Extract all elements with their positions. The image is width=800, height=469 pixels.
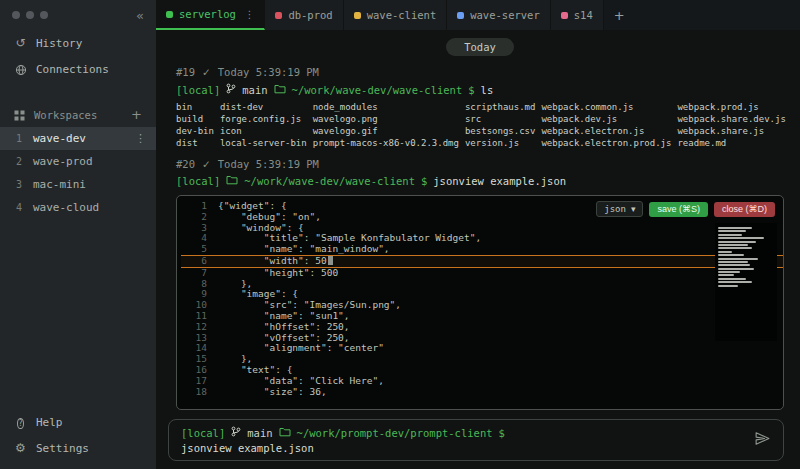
ls-output: bin dist-dev node_modules scripthaus.md … (176, 102, 784, 148)
workspace-number: 4 (16, 202, 24, 213)
file-name: webpack.share.dev.js (677, 114, 785, 124)
file-name: bin (176, 102, 214, 112)
cwd-path: ~/work/wave-dev/wave-client (292, 84, 463, 96)
file-name: dev-bin (176, 126, 214, 136)
tab-color-icon (166, 11, 173, 18)
minimap-line (718, 278, 746, 280)
chevron-down-icon: ▾ (631, 204, 636, 214)
prompt-symbol: $ (421, 175, 427, 187)
command-input[interactable]: jsonview example.json (181, 442, 744, 454)
file-name: webpack.common.js (541, 102, 671, 112)
code-line: 7 "height": 500 (181, 268, 783, 279)
tab-color-icon (561, 12, 568, 19)
send-icon[interactable] (754, 430, 771, 451)
add-workspace-button[interactable]: + (131, 107, 142, 122)
tab-label: s14 (574, 9, 593, 21)
language-value: json (604, 204, 626, 214)
date-separator: Today (446, 38, 514, 56)
check-icon: ✓ (202, 158, 211, 170)
add-tab-button[interactable]: + (604, 0, 635, 30)
git-branch-name: main (247, 427, 272, 439)
minimap-line (718, 285, 738, 287)
traffic-light-minimize[interactable] (26, 11, 34, 19)
history-icon: ↺ (14, 36, 27, 50)
sidebar-item-help[interactable]: ? Help (0, 409, 156, 435)
workspace-menu-icon[interactable]: ⋮ (135, 132, 146, 145)
workspace-name: wave-prod (33, 155, 93, 168)
workspace-item-wave-prod[interactable]: 2 wave-prod (0, 150, 156, 173)
tab-wave-client[interactable]: wave-client (344, 0, 448, 30)
file-name: webpack.prod.js (677, 102, 785, 112)
tab-bar: serverlog ⋮ db-prod wave-client wave-ser… (156, 0, 800, 30)
file-name: build (176, 114, 214, 124)
minimap-line (718, 237, 764, 239)
tab-menu-icon[interactable]: ⋮ (244, 8, 255, 20)
history-block-20: #20 ✓ Today 5:39:19 PM [local] ~/work/wa… (176, 158, 784, 410)
block-header: #19 ✓ Today 5:39:19 PM (176, 66, 784, 78)
tab-color-icon (354, 12, 361, 19)
block-number: #19 (176, 66, 195, 78)
text-cursor (328, 256, 333, 265)
code-line: 5 "name": "main_window", (181, 244, 783, 255)
workspace-name: mac-mini (33, 178, 86, 191)
minimap-line (718, 234, 742, 236)
git-branch-name: main (242, 84, 267, 96)
block-number: #20 (176, 158, 195, 170)
traffic-light-zoom[interactable] (40, 11, 48, 19)
sidebar-collapse-icon[interactable]: « (136, 8, 144, 23)
minimap-line (718, 241, 756, 243)
editor-toolbar: json ▾ save (⌘S) close (⌘D) (596, 201, 775, 217)
workspace-number: 1 (16, 133, 24, 144)
workspaces-header: Workspaces + (0, 102, 156, 127)
cwd-path: ~/work/prompt-dev/prompt-client (297, 427, 493, 439)
command-input-box[interactable]: [local] main ~/work/prompt-dev/prompt-cl… (168, 419, 784, 461)
check-icon: ✓ (202, 66, 211, 78)
tab-label: serverlog (179, 8, 236, 20)
git-branch-icon (231, 426, 241, 439)
sidebar-item-connections[interactable]: Connections (0, 56, 156, 82)
tab-wave-server[interactable]: wave-server (447, 0, 551, 30)
sidebar-item-history[interactable]: ↺ History (0, 30, 156, 56)
window-controls: « (0, 0, 156, 30)
save-button[interactable]: save (⌘S) (649, 202, 708, 217)
tab-label: wave-client (367, 9, 437, 21)
tab-serverlog[interactable]: serverlog ⋮ (156, 0, 265, 30)
sidebar-bottom: ? Help ⚙ Settings (0, 409, 156, 461)
command-line: [local] ~/work/wave-dev/wave-client $ js… (176, 175, 784, 187)
block-header: #20 ✓ Today 5:39:19 PM (176, 158, 784, 170)
language-select[interactable]: json ▾ (596, 201, 643, 217)
tab-db-prod[interactable]: db-prod (265, 0, 343, 30)
file-name: local-server-bin (220, 138, 307, 148)
code-line: 17 "data": "Click Here", (181, 376, 783, 387)
minimap-line (718, 227, 752, 229)
cwd-path: ~/work/wave-dev/wave-client (244, 175, 415, 187)
workspace-name: wave-dev (33, 132, 86, 145)
workspace-item-wave-dev[interactable]: 1 wave-dev ⋮ (0, 127, 156, 150)
sidebar-item-settings[interactable]: ⚙ Settings (0, 435, 156, 461)
command-text: ls (481, 84, 494, 96)
workspace-item-mac-mini[interactable]: 3 mac-mini (0, 173, 156, 196)
gear-icon: ⚙ (14, 441, 27, 455)
folder-icon (226, 175, 238, 187)
file-name: readme.md (677, 138, 785, 148)
help-icon: ? (14, 415, 27, 429)
workspace-item-wave-cloud[interactable]: 4 wave-cloud (0, 196, 156, 219)
file-name: dist (176, 138, 214, 148)
json-editor[interactable]: json ▾ save (⌘S) close (⌘D) 1{"widget": … (176, 195, 784, 410)
close-button[interactable]: close (⌘D) (714, 202, 775, 217)
workspaces-label: Workspaces (34, 109, 97, 121)
file-name: forge.config.js (220, 114, 307, 124)
file-name: webpack.electron.prod.js (541, 138, 671, 148)
tab-color-icon (275, 12, 282, 19)
app-window: « ↺ History Connections Workspaces + 1 w… (0, 0, 800, 469)
tab-s14[interactable]: s14 (551, 0, 604, 30)
folder-icon (279, 427, 291, 439)
sidebar-item-label: History (36, 37, 82, 50)
file-name: webpack.dev.js (541, 114, 671, 124)
minimap-line (718, 230, 746, 232)
traffic-light-close[interactable] (12, 11, 20, 19)
minimap-line (718, 268, 754, 270)
editor-minimap[interactable] (715, 223, 777, 341)
workspace-name: wave-cloud (33, 201, 99, 214)
git-branch-icon (226, 83, 236, 96)
